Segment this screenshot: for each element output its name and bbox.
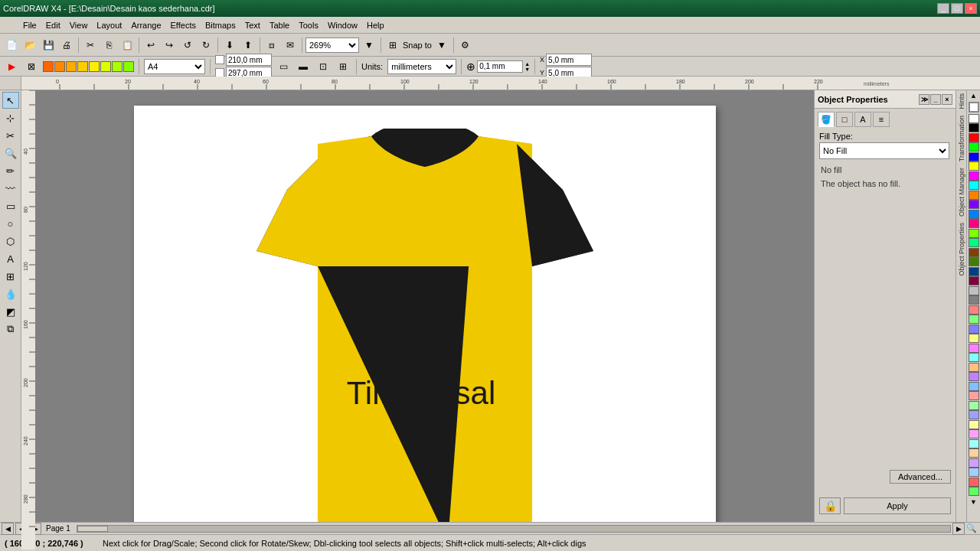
menu-layout[interactable]: Layout [92,19,126,31]
tshirt-container[interactable]: 11 Tim Futsal [241,129,609,522]
zoom-out-icon[interactable]: 🔍 [965,523,978,535]
color-swatch-4[interactable] [969,152,979,161]
polygon-tool-btn[interactable]: ⬡ [2,233,19,249]
snap-dropdown-button[interactable]: ▼ [433,37,450,54]
undo-arrow-button[interactable]: ↪ [161,37,178,54]
color-swatch-39[interactable] [969,487,979,496]
color-swatch-6[interactable] [969,171,979,181]
panel-expand-button[interactable]: ≫ [919,94,929,105]
outline-tab[interactable]: □ [836,112,853,127]
color-swatch-12[interactable] [969,229,979,238]
cut-button[interactable]: ✂ [82,37,99,54]
color-swatch-29[interactable] [969,391,979,400]
object-manager-label[interactable]: Object Manager [956,165,966,220]
color-swatch-0[interactable] [969,114,979,123]
color-swatch-24[interactable] [969,344,979,353]
nudge-up[interactable]: ▲ [524,61,530,67]
color-swatch-9[interactable] [969,200,979,209]
color-swatch-16[interactable] [969,267,979,276]
maximize-button[interactable]: □ [951,3,963,14]
color-swatch-10[interactable] [969,210,979,219]
color-swatch-18[interactable] [969,286,979,295]
swatch4[interactable] [77,61,88,72]
swatch8[interactable] [123,61,134,72]
redo-button[interactable]: ↺ [179,37,196,54]
smart-draw-btn[interactable]: 〰 [2,180,19,197]
color-swatch-26[interactable] [969,363,979,372]
color-swatch-14[interactable] [969,248,979,257]
record-button[interactable]: ▶ [3,58,20,75]
nudge-down[interactable]: ▼ [524,67,530,72]
select-tool-btn[interactable]: ↖ [2,92,19,109]
menu-arrange[interactable]: Arrange [126,19,165,31]
menu-help[interactable]: Help [362,19,389,31]
new-button[interactable]: 📄 [3,37,20,54]
menu-file[interactable]: File [18,19,41,31]
object-properties-label[interactable]: Object Properties [956,220,966,279]
palette-down-arrow[interactable]: ▼ [967,497,981,507]
close-button[interactable]: × [965,3,977,14]
freehand-tool-btn[interactable]: ✏ [2,162,19,179]
color-swatch-7[interactable] [969,181,979,190]
swatch2[interactable] [54,61,65,72]
color-swatch-38[interactable] [969,478,979,487]
color-swatch-35[interactable] [969,448,979,458]
redo-arrow-button[interactable]: ↻ [198,37,214,54]
zoom-select[interactable]: 269% 100% 200% 400% [305,37,359,53]
color-swatch-5[interactable] [969,161,979,171]
color-swatch-34[interactable] [969,439,979,448]
transformation-label[interactable]: Transformation [956,112,966,165]
color-swatch-11[interactable] [969,219,979,228]
color-swatch-2[interactable] [969,133,979,142]
color-swatch-1[interactable] [969,123,979,132]
menu-view[interactable]: View [65,19,93,31]
swatch1[interactable] [43,61,54,72]
save-button[interactable]: 💾 [40,37,57,54]
transform-button[interactable]: ⧈ [263,37,280,54]
print-button[interactable]: 🖨 [58,37,75,54]
ellipse-tool-btn[interactable]: ○ [2,215,19,232]
color-swatch-28[interactable] [969,382,979,391]
fill-tab[interactable]: 🪣 [818,112,835,127]
landscape-button[interactable]: ▬ [295,58,312,75]
color-swatch-19[interactable] [969,295,979,305]
palette-up-arrow[interactable]: ▲ [967,90,981,101]
text-tool-btn[interactable]: A [2,250,19,267]
swatch3[interactable] [66,61,77,72]
canvas-container[interactable]: 11 Tim Futsal [35,90,814,522]
color-swatch-33[interactable] [969,429,979,439]
panel-close-button[interactable]: × [942,94,952,105]
stop-button[interactable]: ⊠ [23,58,40,75]
portrait-button[interactable]: ▭ [275,58,292,75]
units-select[interactable]: millimeters inches pixels [387,59,456,74]
open-button[interactable]: 📂 [21,37,38,54]
table-tool-btn[interactable]: ⊞ [2,268,19,285]
menu-tools[interactable]: Tools [294,19,323,31]
color-swatch-32[interactable] [969,420,979,429]
menu-edit[interactable]: Edit [41,19,65,31]
color-swatch-15[interactable] [969,257,979,266]
node-tool-btn[interactable]: ⊹ [2,109,19,126]
no-color-swatch[interactable] [969,102,979,112]
undo-button[interactable]: ↩ [142,37,159,54]
import-button[interactable]: ⬇ [221,37,238,54]
menu-text[interactable]: Text [240,19,265,31]
menu-bitmaps[interactable]: Bitmaps [201,19,240,31]
fill-type-select[interactable]: No Fill Uniform Fill Fountain Fill Patte… [819,142,949,159]
swatch6[interactable] [100,61,111,72]
color-swatch-36[interactable] [969,458,979,468]
menu-window[interactable]: Window [323,19,362,31]
x-input[interactable] [546,54,592,66]
color-swatch-21[interactable] [969,315,979,324]
scroll-left-button[interactable]: ◀ [2,523,14,535]
color-swatch-22[interactable] [969,324,979,334]
menu-table[interactable]: Table [265,19,294,31]
color-swatch-30[interactable] [969,401,979,410]
menu-effects[interactable]: Effects [166,19,201,31]
color-swatch-8[interactable] [969,191,979,200]
minimize-button[interactable]: _ [937,3,949,14]
swatch5[interactable] [89,61,100,72]
options-button[interactable]: ⚙ [457,37,474,54]
interactive-btn[interactable]: ⧉ [2,321,19,337]
page-settings-button[interactable]: ⊡ [315,58,332,75]
